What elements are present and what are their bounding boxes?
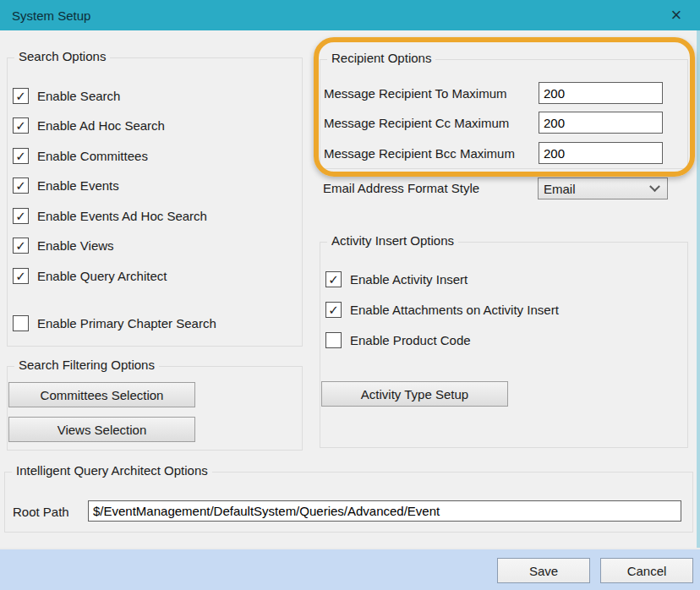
checkbox-icon[interactable] bbox=[13, 268, 29, 284]
query-architect-options-group: Intelligent Query Architect Options Root… bbox=[4, 472, 693, 533]
checkbox-label: Enable Ad Hoc Search bbox=[37, 118, 165, 133]
committees-selection-button[interactable]: Committees Selection bbox=[8, 382, 195, 407]
window-right-border bbox=[697, 30, 700, 590]
cancel-button[interactable]: Cancel bbox=[600, 558, 693, 583]
checkbox-enable-product-code[interactable]: Enable Product Code bbox=[325, 331, 471, 349]
checkbox-label: Enable Query Architect bbox=[37, 269, 167, 283]
search-options-group: Search Options Enable Search Enable Ad H… bbox=[7, 57, 303, 347]
checkbox-icon[interactable] bbox=[13, 208, 29, 224]
checkbox-icon[interactable] bbox=[13, 148, 29, 164]
search-options-title: Search Options bbox=[14, 49, 110, 63]
checkbox-label: Enable Events Ad Hoc Search bbox=[37, 209, 207, 223]
checkbox-label: Enable Product Code bbox=[350, 333, 471, 347]
views-selection-button[interactable]: Views Selection bbox=[8, 417, 195, 442]
checkbox-enable-primary-chapter-search[interactable]: Enable Primary Chapter Search bbox=[13, 314, 216, 332]
checkbox-icon[interactable] bbox=[13, 315, 29, 331]
query-architect-options-title: Intelligent Query Architect Options bbox=[12, 463, 212, 478]
email-format-dropdown[interactable]: Email bbox=[538, 178, 668, 199]
checkbox-label: Enable Views bbox=[37, 238, 114, 253]
save-button[interactable]: Save bbox=[497, 558, 590, 583]
checkbox-icon[interactable] bbox=[13, 88, 29, 104]
checkbox-label: Enable Committees bbox=[37, 149, 148, 163]
recipient-bcc-max-input[interactable] bbox=[539, 142, 663, 164]
checkbox-label: Enable Primary Chapter Search bbox=[37, 316, 216, 331]
checkbox-icon[interactable] bbox=[325, 271, 342, 287]
window-title: System Setup bbox=[12, 8, 90, 23]
checkbox-enable-views[interactable]: Enable Views bbox=[13, 236, 114, 254]
checkbox-enable-ad-hoc-search[interactable]: Enable Ad Hoc Search bbox=[13, 116, 165, 134]
recipient-cc-max-label: Message Recipient Cc Maximum bbox=[324, 116, 509, 130]
system-setup-dialog: { "window": { "title": "System Setup", "… bbox=[0, 0, 700, 590]
search-filtering-options-title: Search Filtering Options bbox=[14, 358, 159, 372]
root-path-label: Root Path bbox=[13, 505, 69, 519]
checkbox-icon[interactable] bbox=[13, 117, 29, 134]
recipient-options-title: Recipient Options bbox=[327, 51, 435, 65]
checkbox-enable-activity-insert[interactable]: Enable Activity Insert bbox=[325, 270, 468, 288]
activity-insert-options-group: Activity Insert Options Enable Activity … bbox=[320, 242, 688, 448]
checkbox-label: Enable Search bbox=[37, 89, 120, 103]
checkbox-label: Enable Attachments on Activity Insert bbox=[350, 303, 559, 317]
recipient-to-max-input[interactable] bbox=[539, 82, 663, 104]
email-format-selected-value: Email bbox=[544, 182, 651, 196]
checkbox-enable-committees[interactable]: Enable Committees bbox=[13, 146, 148, 165]
checkbox-enable-attachments-on-activity-insert[interactable]: Enable Attachments on Activity Insert bbox=[325, 300, 559, 319]
activity-type-setup-button[interactable]: Activity Type Setup bbox=[321, 381, 508, 407]
close-icon[interactable]: × bbox=[658, 0, 695, 30]
checkbox-enable-query-architect[interactable]: Enable Query Architect bbox=[13, 266, 167, 285]
checkbox-enable-events[interactable]: Enable Events bbox=[13, 176, 119, 194]
search-filtering-options-group: Search Filtering Options Committees Sele… bbox=[7, 366, 303, 451]
recipient-to-max-label: Message Recipient To Maximum bbox=[324, 86, 506, 101]
email-format-label: Email Address Format Style bbox=[323, 181, 479, 195]
recipient-cc-max-input[interactable] bbox=[539, 112, 663, 134]
checkbox-enable-search[interactable]: Enable Search bbox=[13, 86, 120, 105]
checkbox-label: Enable Activity Insert bbox=[350, 272, 468, 287]
checkbox-icon[interactable] bbox=[13, 178, 29, 194]
root-path-input[interactable] bbox=[88, 500, 681, 522]
checkbox-label: Enable Events bbox=[37, 178, 119, 193]
activity-insert-options-title: Activity Insert Options bbox=[327, 233, 458, 248]
footer-bar: Save Cancel bbox=[0, 548, 700, 590]
checkbox-icon[interactable] bbox=[325, 302, 342, 318]
recipient-options-group: Recipient Options Message Recipient To M… bbox=[320, 59, 688, 169]
checkbox-icon[interactable] bbox=[13, 238, 29, 254]
checkbox-enable-events-ad-hoc-search[interactable]: Enable Events Ad Hoc Search bbox=[13, 206, 207, 225]
titlebar[interactable]: System Setup bbox=[0, 0, 700, 30]
checkbox-icon[interactable] bbox=[325, 332, 342, 348]
recipient-bcc-max-label: Message Recipient Bcc Maximum bbox=[324, 146, 515, 161]
chevron-down-icon bbox=[649, 181, 660, 192]
